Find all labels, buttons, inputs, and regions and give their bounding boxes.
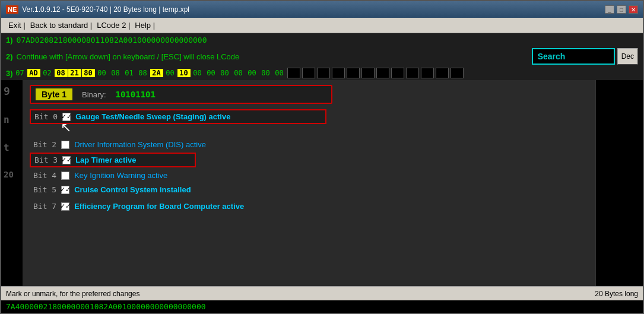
- binary-value: 10101101: [116, 90, 156, 99]
- byte-box-10: [421, 68, 434, 78]
- row1: 1) 07AD020821800008011082A00100000000000…: [1, 33, 643, 47]
- hex-cell-AD: AD: [27, 69, 40, 77]
- byte-box-1: [287, 68, 300, 78]
- hex-cell-00a: 00: [96, 69, 109, 77]
- bit2-desc: Driver Information System (DIS) active: [74, 140, 206, 149]
- byte-box-8: [391, 68, 404, 78]
- byte-box-6: [361, 68, 375, 78]
- bit-row-5: Bit 5 ✓ Cruise Control System installed: [30, 183, 588, 196]
- binary-label: Binary:: [82, 90, 106, 99]
- hex-cell-2A: 2A: [150, 69, 163, 77]
- byte-label: Byte 1: [36, 88, 72, 100]
- hex-cell-00f: 00: [232, 69, 245, 77]
- hex-cell-00d: 00: [205, 69, 218, 77]
- content-area: 1) 07AD020821800008011082A00100000000000…: [1, 33, 643, 313]
- bit4-label: Bit 4: [33, 171, 56, 180]
- bit5-label: Bit 5: [33, 185, 56, 194]
- cursor-area: ↖: [30, 126, 588, 137]
- byte-box-7: [376, 68, 389, 78]
- hex-cell-08b: 08: [109, 69, 122, 77]
- bottom-scroll: 7A40000021800000001082A00100000000000000…: [1, 300, 643, 313]
- right-panel: [595, 80, 643, 286]
- title-bar-left: NE Ver.1.0.9.12 - 5E0-920-740 | 20 Bytes…: [6, 5, 189, 14]
- bit2-label: Bit 2: [33, 140, 56, 149]
- byte-header: Byte 1 Binary: 10101101: [30, 85, 332, 104]
- bit7-checkbox[interactable]: ✓: [61, 202, 69, 211]
- hex-cell-80: 80: [82, 69, 95, 77]
- bit-row-7: Bit 7 ✓ Efficiency Program for Board Com…: [30, 200, 588, 212]
- bit0-desc: Gauge Test/Needle Sweep (Staging) active: [75, 112, 230, 121]
- sidebar-num-9: 9: [4, 85, 20, 97]
- row2-num: 2): [6, 52, 13, 61]
- maximize-button[interactable]: □: [617, 5, 626, 14]
- close-button[interactable]: ✕: [629, 5, 638, 14]
- menu-bar: Exit | Back to standard | LCode 2 | Help…: [1, 18, 643, 33]
- hex-cell-00h: 00: [259, 69, 272, 77]
- bit4-desc: Key Ignition Warning active: [74, 171, 167, 180]
- hex-cell-07: 07: [14, 69, 27, 77]
- hex-cell-08a: 08: [55, 69, 68, 77]
- byte-box-12: [451, 68, 464, 78]
- byte-box-2: [302, 68, 315, 78]
- title-controls: _ □ ✕: [605, 5, 638, 14]
- bit3-label: Bit 3: [34, 156, 58, 164]
- menu-help[interactable]: Help |: [132, 20, 157, 30]
- bit7-desc: Efficiency Program for Board Computer ac…: [74, 202, 244, 211]
- hex-cell-00g: 00: [246, 69, 259, 77]
- bit4-checkbox[interactable]: [61, 172, 69, 180]
- bit7-label: Bit 7: [33, 202, 56, 211]
- row3-num: 3): [6, 69, 13, 78]
- hex-cell-10: 10: [177, 69, 191, 77]
- hex-cell-21: 21: [68, 69, 81, 77]
- minimize-button[interactable]: _: [605, 5, 614, 14]
- search-input[interactable]: [532, 48, 615, 65]
- bit0-label: Bit 0: [34, 112, 58, 121]
- byte-box-3: [317, 68, 330, 78]
- bit3-checkbox[interactable]: ✓: [62, 156, 71, 164]
- menu-exit[interactable]: Exit |: [6, 20, 28, 30]
- center-content: Byte 1 Binary: 10101101 Bit 0 ✓ Gauge Te…: [23, 80, 595, 286]
- sidebar-num-20: 20: [4, 170, 20, 179]
- byte-box-11: [436, 68, 449, 78]
- row2: 2) Continue with [Arrow down] on keyboar…: [1, 47, 643, 66]
- row1-num: 1): [6, 36, 13, 45]
- main-panel: 9 n t 20 Byte 1 Binary: 10101101 Bit 0: [1, 80, 643, 286]
- mouse-cursor-icon: ↖: [61, 121, 71, 134]
- hex-row3: 3) 07 AD 02 08 21 80 00 08 01 08 2A 00 1…: [1, 66, 643, 80]
- bottom-bar: Mark or unmark, for the preferred change…: [1, 286, 643, 300]
- byte-box-4: [332, 68, 345, 78]
- hex-cell-01: 01: [123, 69, 136, 77]
- row2-text: Continue with [Arrow down] on keyboard /…: [17, 52, 240, 61]
- hex-cell-00e: 00: [218, 69, 231, 77]
- bit3-desc: Lap Timer active: [75, 156, 136, 164]
- bytes-info: 20 Bytes long: [595, 290, 638, 298]
- byte-box-5: [347, 68, 360, 78]
- sidebar-num-n: n: [4, 114, 20, 125]
- hex-cell-00b: 00: [164, 69, 177, 77]
- status-text: Mark or unmark, for the preferred change…: [6, 290, 139, 298]
- bit-row-4: Bit 4 Key Ignition Warning active: [30, 169, 588, 182]
- hex-cell-00c: 00: [191, 69, 204, 77]
- bit5-checkbox[interactable]: ✓: [61, 186, 69, 194]
- search-area: Dec: [532, 48, 638, 65]
- bit-row-0: Bit 0 ✓ Gauge Test/Needle Sweep (Staging…: [30, 109, 326, 124]
- hex-cell-02: 02: [41, 69, 54, 77]
- title-text: Ver.1.0.9.12 - 5E0-920-740 | 20 Bytes lo…: [22, 5, 189, 14]
- bit-row-2: Bit 2 Driver Information System (DIS) ac…: [30, 138, 588, 151]
- app-window: NE Ver.1.0.9.12 - 5E0-920-740 | 20 Bytes…: [0, 0, 644, 314]
- menu-lcode2[interactable]: LCode 2 |: [94, 20, 132, 30]
- dec-button[interactable]: Dec: [617, 48, 638, 65]
- left-sidebar: 9 n t 20: [1, 80, 23, 286]
- byte-box-9: [406, 68, 419, 78]
- app-logo: NE: [6, 5, 18, 14]
- bit2-checkbox[interactable]: [61, 141, 69, 149]
- row1-hex: 07AD020821800008011082A00100000000000000…: [17, 36, 207, 45]
- hex-cell-00i: 00: [273, 69, 286, 77]
- title-bar: NE Ver.1.0.9.12 - 5E0-920-740 | 20 Bytes…: [1, 1, 643, 18]
- menu-back-standard[interactable]: Back to standard |: [28, 20, 95, 30]
- bit-list: Bit 0 ✓ Gauge Test/Needle Sweep (Staging…: [30, 109, 588, 212]
- bit-row-3: Bit 3 ✓ Lap Timer active: [30, 153, 196, 167]
- bit5-desc: Cruise Control System installed: [74, 185, 191, 194]
- hex-cell-08c: 08: [137, 69, 150, 77]
- sidebar-num-t: t: [4, 142, 20, 153]
